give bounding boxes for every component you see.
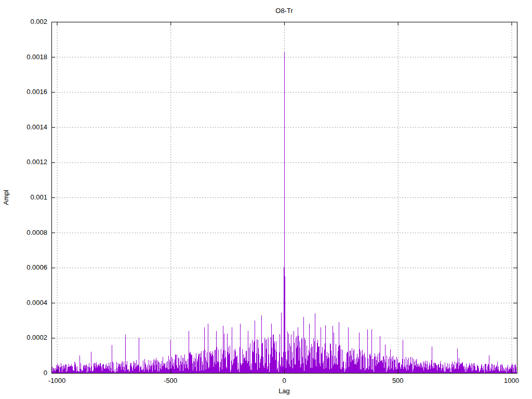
x-tick-label: -1000: [48, 377, 65, 384]
y-tick-label: 0: [44, 369, 47, 377]
x-tick-label: -500: [164, 377, 177, 384]
chart: -1000-5000500100000.00020.00040.00060.00…: [0, 0, 532, 399]
y-tick-label: 0.0018: [26, 53, 47, 61]
chart-title: O8-Tr: [275, 7, 293, 15]
y-tick-label: 0.0006: [26, 263, 47, 271]
x-axis-label: Lag: [278, 387, 290, 395]
y-tick-label: 0.0004: [26, 299, 47, 307]
y-tick-label: 0.0012: [26, 158, 47, 166]
chart-figure: -1000-5000500100000.00020.00040.00060.00…: [0, 0, 532, 399]
y-axis-label: Ampl: [2, 190, 10, 205]
y-tick-label: 0.0002: [26, 334, 47, 341]
x-tick-label: 500: [392, 377, 404, 384]
x-tick-label: 1000: [504, 377, 519, 384]
y-tick-label: 0.001: [30, 193, 47, 201]
y-tick-label: 0.0016: [26, 88, 47, 96]
x-tick-label: 0: [282, 377, 286, 384]
y-tick-label: 0.0008: [26, 229, 47, 236]
chart-background: [0, 0, 532, 399]
y-tick-label: 0.0014: [26, 123, 47, 131]
y-tick-label: 0.002: [30, 18, 47, 25]
